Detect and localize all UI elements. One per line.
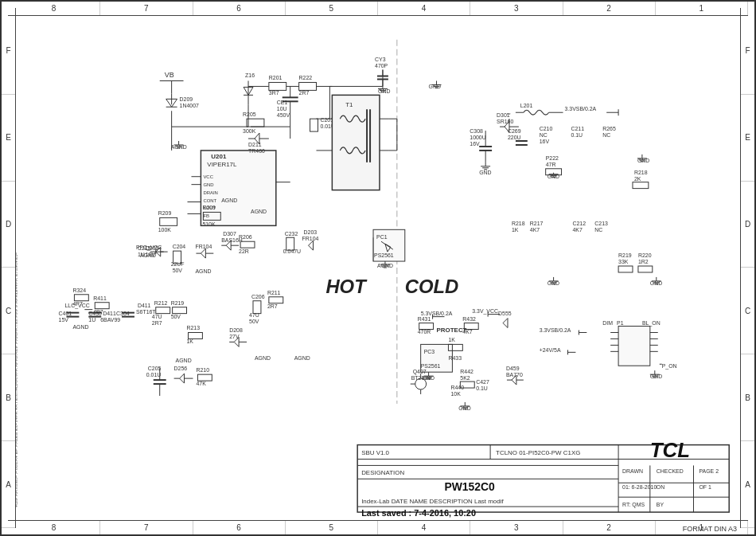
svg-text:Z16: Z16 [245,73,255,79]
svg-text:AGND: AGND [195,268,211,274]
svg-text:R201: R201 [269,75,283,80]
svg-text:DRAWN: DRAWN [622,468,643,474]
svg-text:PS2561: PS2561 [421,363,441,369]
svg-text:R219: R219 [618,252,632,258]
svg-text:0.1U: 0.1U [476,385,488,391]
svg-text:2R7: 2R7 [267,303,278,309]
svg-text:3R7: 3R7 [269,90,279,96]
svg-text:TCL: TCL [650,439,690,461]
svg-text:R205: R205 [243,112,256,117]
svg-text:R209: R209 [202,205,216,210]
row-marker-ra: A [741,441,754,528]
svg-text:R440: R440 [450,385,464,390]
svg-text:FR104: FR104 [302,236,319,241]
svg-text:DRAIN: DRAIN [203,190,218,195]
svg-text:47K: 47K [196,381,206,386]
svg-text:470P: 470P [375,63,388,68]
svg-text:AGND: AGND [72,324,88,330]
row-marker-rf: F [741,8,754,95]
svg-text:GND: GND [479,170,491,175]
schematic-area: VB D209 1N4007 Z16 R201 3R7 R222 2R7 [16,16,740,520]
svg-text:50V: 50V [173,268,183,273]
svg-text:47U: 47U [249,312,259,318]
svg-text:4K7: 4K7 [572,227,582,233]
svg-text:R220: R220 [638,252,652,258]
svg-text:D411: D411 [103,311,116,316]
svg-text:16V: 16V [540,139,550,144]
svg-text:PAGE  2: PAGE 2 [699,468,719,474]
svg-text:0.047U: 0.047U [283,248,301,254]
svg-text:1U: 1U [138,252,145,257]
row-markers-left: F E D C B A [2,8,16,528]
svg-text:15V: 15V [59,317,69,323]
svg-text:10U: 10U [277,106,287,112]
svg-text:R213: R213 [187,326,201,331]
svg-text:470R: 470R [418,329,431,335]
svg-text:GND: GND [203,182,214,187]
svg-text:R206: R206 [239,234,252,240]
svg-text:R324: R324 [72,288,86,293]
col-marker-5: 5 [286,2,378,15]
svg-text:R431: R431 [418,316,431,322]
svg-text:TR460: TR460 [248,148,265,154]
svg-text:5K2: 5K2 [460,375,470,381]
svg-text:BL_ON: BL_ON [642,320,661,327]
svg-text:C427: C427 [476,379,489,385]
row-markers-right: F E D C B A [740,8,754,528]
svg-text:0.1U: 0.1U [571,132,583,138]
svg-text:D307: D307 [223,231,236,237]
col-marker-7: 7 [100,2,193,15]
svg-text:C269: C269 [508,128,521,134]
row-marker-rb: B [741,354,754,441]
svg-text:GND: GND [378,88,390,94]
svg-text:1K: 1K [512,227,519,233]
svg-text:18V: 18V [146,252,156,257]
svg-text:+24V/5A: +24V/5A [540,347,561,353]
col-markers-top: 8 7 6 5 4 3 2 1 [8,2,748,16]
svg-text:D555: D555 [498,311,512,316]
svg-text:47U: 47U [152,314,162,319]
svg-text:PS2561: PS2561 [374,252,394,258]
svg-text:2K: 2K [634,176,641,182]
svg-text:C308: C308 [470,128,483,134]
col-marker-b8: 8 [8,521,100,534]
svg-text:C206: C206 [251,294,265,299]
svg-text:D209: D209 [180,96,193,102]
svg-text:CHECKED: CHECKED [657,468,684,474]
svg-text:VCC: VCC [203,174,213,179]
svg-text:D459: D459 [506,366,520,371]
svg-text:R433: R433 [448,355,462,361]
col-marker-4: 4 [378,2,470,15]
svg-text:R219: R219 [171,300,185,306]
row-marker-re: E [741,95,754,182]
col-marker-8: 8 [8,2,100,15]
svg-text:3.3V_VCC: 3.3V_VCC [472,308,498,315]
svg-text:1N4007: 1N4007 [180,103,199,108]
svg-text:DIM: DIM [602,320,613,326]
svg-text:1U: 1U [88,317,95,323]
svg-text:PC1: PC1 [376,234,388,240]
svg-rect-258 [618,327,650,366]
svg-text:FR104: FR104 [195,244,212,249]
svg-text:R217: R217 [530,221,544,226]
svg-text:SBU    V1.0: SBU V1.0 [361,450,389,457]
col-marker-3: 3 [470,2,563,15]
svg-text:D256: D256 [174,366,188,371]
svg-text:Index-Lab  DATE  NAME  DESCRIP: Index-Lab DATE NAME DESCRIPTION Last mod… [361,498,504,505]
svg-text:ON: ON [657,484,664,490]
svg-text:PW152C0: PW152C0 [444,480,495,493]
svg-text:D411: D411 [138,303,151,308]
svg-text:NC: NC [594,227,602,233]
col-marker-b6: 6 [193,521,286,534]
svg-text:0.01U: 0.01U [146,372,162,378]
svg-text:DESIGNATION: DESIGNATION [361,469,404,476]
svg-text:U201: U201 [211,153,227,160]
svg-text:220U: 220U [508,135,521,140]
svg-text:PC3: PC3 [424,349,435,354]
svg-text:P222: P222 [546,155,559,161]
svg-rect-73 [332,95,380,190]
svg-text:OF   1: OF 1 [699,484,711,490]
row-marker-e: E [2,95,15,182]
svg-text:R432: R432 [462,316,476,322]
svg-text:33K: 33K [618,259,629,264]
